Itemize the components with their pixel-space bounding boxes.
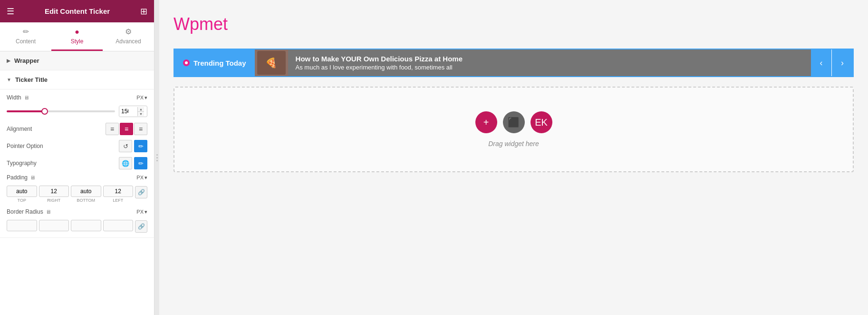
padding-left-input[interactable] [103,186,134,197]
sidebar-header: ☰ Edit Content Ticker ⊞ [0,0,154,22]
ticker-prev-button[interactable]: ‹ [811,49,832,76]
resize-bar[interactable] [154,0,159,315]
main-content: Wpmet Trending Today 🍕 How to Make YOUR … [159,0,868,315]
tab-advanced[interactable]: ⚙ Advanced [103,22,154,51]
alignment-label: Alignment [7,126,32,132]
padding-right-label: RIGHT [47,198,60,203]
grid-icon[interactable]: ⊞ [140,6,147,17]
border-radius-left-wrap [103,220,134,233]
padding-monitor-icon: 🖥 [30,175,35,180]
unit-select-padding[interactable]: PX ▾ [136,175,147,181]
width-spinners: ▲ ▼ [137,107,144,116]
alignment-buttons: ≡ ≡ ≡ [106,123,147,135]
ticker-label: Trending Today [174,49,255,76]
ticker-image-placeholder: 🍕 [257,51,286,75]
add-widget-button[interactable]: + [475,111,497,133]
border-radius-top-input[interactable] [7,220,37,231]
wpmet-title: Wpmet [174,10,854,39]
tab-content[interactable]: ✏ Content [0,22,51,51]
ticker-nav: ‹ › [811,49,853,76]
border-radius-left-input[interactable] [103,220,134,231]
folder-widget-button[interactable]: ⬛ [503,111,525,133]
typography-row: Typography 🌐 ✏ [7,157,147,169]
width-spin-down[interactable]: ▼ [138,112,144,116]
padding-bottom-label: BOTTOM [77,198,95,203]
sidebar-title: Edit Content Ticker [45,7,110,15]
edit-widget-button[interactable]: EK [530,111,552,133]
alignment-row: Alignment ≡ ≡ ≡ [7,123,147,135]
padding-bottom-input[interactable] [71,186,101,197]
pointer-option-buttons: ↺ ✏ [119,140,147,152]
menu-icon[interactable]: ☰ [7,6,14,17]
ticker-text: How to Make YOUR Own Delicious Pizza at … [288,49,811,76]
border-radius-bottom-wrap [71,220,101,233]
pointer-option-row: Pointer Option ↺ ✏ [7,140,147,152]
typography-edit-button[interactable]: ✏ [134,157,147,169]
border-radius-grid: 🔗 [7,220,147,233]
ticker-next-button[interactable]: › [832,49,853,76]
border-radius-right-wrap [39,220,69,233]
border-radius-bottom-input[interactable] [71,220,101,231]
padding-bottom-wrap: BOTTOM [71,186,101,203]
padding-top-input[interactable] [7,186,37,197]
padding-row: Padding 🖥 PX ▾ [7,174,147,181]
wrapper-chevron: ▶ [7,58,10,63]
tab-content-label: Content [16,38,36,45]
border-radius-monitor-icon: 🖥 [46,209,51,215]
width-slider-row: ▲ ▼ [7,106,147,117]
pointer-option-label: Pointer Option [7,143,43,149]
ticker-title-section-header[interactable]: ▼ Ticker Title [0,70,154,89]
sidebar-tabs: ✏ Content ● Style ⚙ Advanced [0,22,154,51]
typography-globe-button[interactable]: 🌐 [119,157,132,169]
drop-zone-text: Drag widget here [488,140,539,148]
typography-buttons: 🌐 ✏ [119,157,147,169]
ticker-bar: Trending Today 🍕 How to Make YOUR Own De… [174,49,854,77]
drop-zone-buttons: + ⬛ EK [475,111,552,133]
unit-select-border-radius[interactable]: PX ▾ [136,209,147,215]
style-tab-icon: ● [75,28,79,36]
slider-fill [7,110,45,112]
width-spin-up[interactable]: ▲ [138,107,144,112]
slider-thumb[interactable] [41,108,48,115]
align-left-button[interactable]: ≡ [106,123,119,135]
padding-link-button[interactable]: 🔗 [135,186,147,198]
width-input-field[interactable] [119,106,137,117]
tab-advanced-label: Advanced [116,38,141,45]
border-radius-label: Border Radius 🖥 [7,208,51,215]
width-row: Width 🖥 PX ▾ [7,94,147,101]
wrapper-section-label: Wrapper [14,57,39,64]
sidebar-body: ▶ Wrapper ▼ Ticker Title Width 🖥 PX ▾ [0,51,154,315]
tab-style[interactable]: ● Style [51,22,103,51]
padding-right-wrap: RIGHT [39,186,69,203]
ticker-text-title: How to Make YOUR Own Delicious Pizza at … [296,55,803,63]
ticker-title-chevron: ▼ [7,77,11,82]
border-radius-link-button[interactable]: 🔗 [135,220,147,233]
drop-zone: + ⬛ EK Drag widget here [174,87,854,172]
advanced-tab-icon: ⚙ [125,27,132,36]
align-right-button[interactable]: ≡ [134,123,147,135]
padding-label: Padding 🖥 [7,174,35,181]
monitor-icon: 🖥 [24,95,29,100]
pointer-reset-button[interactable]: ↺ [119,140,132,152]
content-tab-icon: ✏ [23,27,29,36]
align-center-button[interactable]: ≡ [120,123,133,135]
padding-grid: TOP RIGHT BOTTOM LEFT 🔗 [7,186,147,203]
padding-top-wrap: TOP [7,186,37,203]
ticker-title-section-label: Ticker Title [15,76,48,83]
padding-left-wrap: LEFT [103,186,134,203]
ticker-text-subtitle: As much as I love experimenting with foo… [296,64,803,71]
width-label: Width 🖥 [7,94,29,101]
typography-label: Typography [7,160,37,167]
width-number-input[interactable]: ▲ ▼ [119,106,147,117]
width-section: Width 🖥 PX ▾ ▲ ▼ [0,89,154,238]
wrapper-section-header[interactable]: ▶ Wrapper [0,51,154,70]
border-radius-right-input[interactable] [39,220,69,231]
unit-select-width[interactable]: PX ▾ [136,95,147,101]
width-slider[interactable] [7,110,115,112]
resize-dots [156,154,158,161]
ticker-label-text: Trending Today [193,59,246,67]
border-radius-top-wrap [7,220,37,233]
padding-right-input[interactable] [39,186,69,197]
border-radius-row: Border Radius 🖥 PX ▾ [7,208,147,215]
pointer-edit-button[interactable]: ✏ [134,140,147,152]
